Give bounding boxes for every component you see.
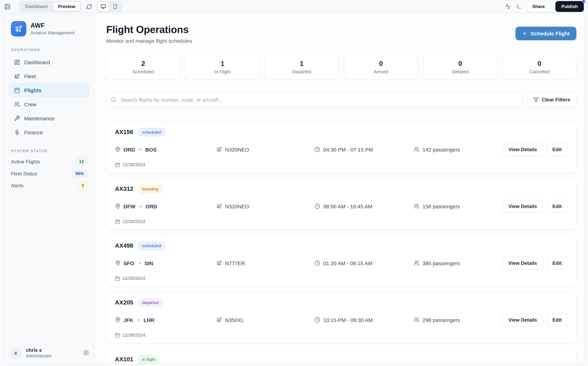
terminal-icon[interactable] bbox=[516, 3, 522, 9]
plane-icon bbox=[15, 25, 23, 33]
sidebar-item-flights[interactable]: Flights bbox=[9, 84, 89, 97]
view-details-button[interactable]: View Details bbox=[502, 143, 543, 156]
flight-number: AX101 bbox=[115, 356, 133, 363]
flight-aircraft: N320NEO bbox=[216, 146, 315, 152]
clock-icon bbox=[315, 203, 320, 209]
sidebar-item-maintenance[interactable]: Maintenance bbox=[9, 112, 89, 125]
status-row: Active Flights 12 bbox=[11, 156, 88, 168]
flight-status-badge: departed bbox=[138, 298, 163, 307]
flight-route: ORD BOS bbox=[115, 146, 216, 152]
refresh-icon[interactable] bbox=[86, 4, 92, 9]
map-pin-icon bbox=[115, 203, 121, 209]
smartphone-icon bbox=[113, 4, 118, 9]
stat-card: 1 Departed bbox=[265, 54, 339, 80]
activity-icon[interactable] bbox=[505, 3, 511, 9]
schedule-flight-button[interactable]: Schedule Flight bbox=[516, 27, 576, 40]
desktop-view-button[interactable] bbox=[98, 2, 109, 11]
stat-label: Arrived bbox=[374, 69, 388, 74]
stat-label: Delayed bbox=[452, 69, 468, 74]
edit-button[interactable]: Edit bbox=[546, 143, 568, 156]
sidebar-item-fleet[interactable]: Fleet bbox=[9, 69, 89, 83]
avatar: c bbox=[9, 346, 22, 359]
sidebar-item-dashboard[interactable]: Dashboard bbox=[9, 55, 89, 69]
toolbar-right: Share Publish bbox=[505, 1, 584, 12]
nav-section-title: OPERATIONS bbox=[11, 48, 88, 52]
view-details-button[interactable]: View Details bbox=[502, 257, 543, 269]
brand-name: AWF bbox=[30, 22, 75, 30]
sidebar-item-finance[interactable]: Finance bbox=[9, 126, 89, 139]
edit-button[interactable]: Edit bbox=[546, 200, 568, 213]
clock-icon bbox=[315, 147, 320, 152]
sidebar-user: c chris s Administrator bbox=[4, 342, 95, 364]
stat-card: 2 Scheduled bbox=[106, 54, 180, 80]
flight-number: AX156 bbox=[115, 129, 133, 136]
flights-list: AX156 scheduled ORD BOS N320NEO 04:30 PM… bbox=[106, 122, 576, 364]
stat-label: Departed bbox=[292, 69, 311, 74]
mobile-view-button[interactable] bbox=[110, 2, 121, 11]
clock-icon bbox=[315, 260, 320, 266]
edit-button[interactable]: Edit bbox=[546, 257, 568, 269]
status-badge: 98% bbox=[72, 170, 88, 177]
flight-passengers: 142 passengers bbox=[414, 146, 502, 152]
edit-button[interactable]: Edit bbox=[546, 313, 568, 326]
flight-status-badge: boarding bbox=[138, 185, 163, 193]
users-icon bbox=[414, 203, 419, 209]
tab-preview[interactable]: Preview bbox=[53, 2, 80, 11]
flight-time: 10:15 PM - 09:30 AM bbox=[315, 317, 414, 323]
arrow-right-icon bbox=[136, 318, 141, 322]
plus-icon bbox=[522, 31, 528, 36]
brand-logo bbox=[11, 21, 26, 37]
user-role: Administrator bbox=[26, 353, 52, 358]
publish-button[interactable]: Publish bbox=[555, 1, 584, 12]
stat-value: 0 bbox=[537, 60, 541, 68]
clear-filters-button[interactable]: Clear Filters bbox=[527, 92, 576, 107]
origin-code: DFW bbox=[123, 203, 135, 209]
system-status-section: SYSTEM STATUS Active Flights 12 Fleet St… bbox=[4, 140, 95, 191]
flight-number: AX312 bbox=[115, 186, 133, 192]
monitor-icon bbox=[101, 4, 106, 9]
share-button[interactable]: Share bbox=[527, 1, 550, 12]
user-name: chris s bbox=[26, 347, 52, 353]
stat-value: 1 bbox=[220, 60, 224, 68]
flight-aircraft: N777ER bbox=[216, 260, 315, 266]
publish-notification-dot bbox=[582, 0, 585, 3]
flight-status-badge: scheduled bbox=[138, 128, 165, 137]
brand: AWF Aviation Management bbox=[4, 13, 95, 41]
dollar-icon bbox=[14, 129, 20, 135]
flight-time: 04:30 PM - 07:15 PM bbox=[315, 146, 414, 152]
view-details-button[interactable]: View Details bbox=[502, 313, 543, 326]
stat-label: In Flight bbox=[214, 69, 231, 74]
status-row: Fleet Status 98% bbox=[11, 168, 88, 180]
flight-route: JFK LHR bbox=[115, 317, 216, 323]
stat-card: 0 Cancelled bbox=[502, 54, 576, 80]
view-details-button[interactable]: View Details bbox=[502, 200, 543, 213]
stat-card: 0 Delayed bbox=[423, 54, 497, 80]
calendar-icon bbox=[115, 276, 120, 281]
stat-card: 0 Arrived bbox=[344, 54, 418, 80]
sidebar-nav: OPERATIONS Dashboard Fleet Flights Crew … bbox=[4, 41, 95, 140]
plane-icon bbox=[216, 147, 222, 152]
main-content: Flight Operations Monitor and manage fli… bbox=[95, 13, 584, 364]
view-tab-group: Dashboard Preview bbox=[19, 1, 81, 12]
destination-code: BOS bbox=[145, 146, 157, 152]
sidebar-item-crew[interactable]: Crew bbox=[9, 98, 89, 111]
panel-toggle-icon[interactable] bbox=[4, 3, 10, 10]
users-icon bbox=[414, 317, 419, 323]
page-subtitle: Monitor and manage flight schedules bbox=[106, 38, 192, 44]
map-pin-icon bbox=[115, 317, 121, 323]
flight-number: AX205 bbox=[115, 299, 133, 306]
tab-dashboard[interactable]: Dashboard bbox=[20, 2, 53, 11]
search-input[interactable] bbox=[106, 92, 522, 107]
app-preview-panel: AWF Aviation Management OPERATIONS Dashb… bbox=[3, 13, 585, 364]
origin-code: JFK bbox=[123, 317, 133, 323]
flight-date: 12/29/2024 bbox=[115, 219, 568, 224]
status-badge: 12 bbox=[75, 158, 88, 166]
flight-card: AX498 scheduled SFO SIN N777ER 01:20 AM … bbox=[106, 235, 576, 287]
status-label: Active Flights bbox=[11, 159, 40, 165]
app-window: Dashboard Preview Share Publish bbox=[0, 0, 588, 366]
status-label: Alerts bbox=[11, 183, 23, 188]
toolbar-divider bbox=[15, 3, 15, 10]
flight-passengers: 385 passengers bbox=[414, 260, 502, 266]
calendar-icon bbox=[115, 219, 120, 224]
settings-gear-icon[interactable] bbox=[83, 350, 89, 356]
